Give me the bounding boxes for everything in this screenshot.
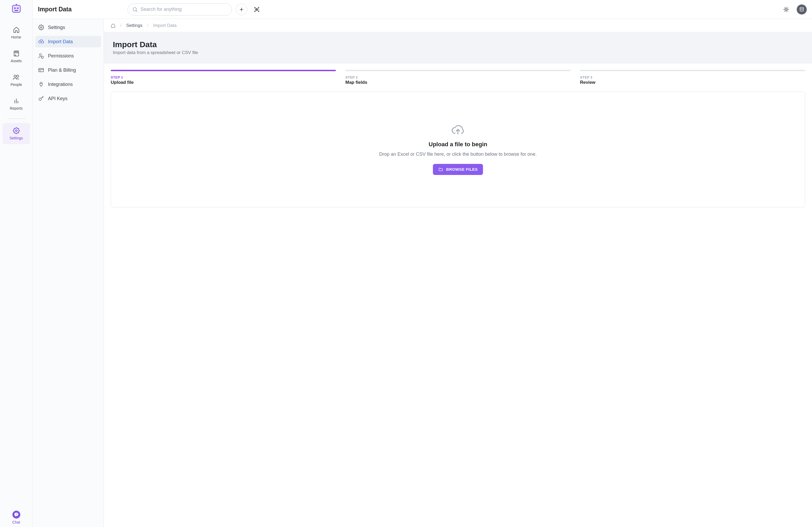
step-bar (580, 70, 805, 71)
step-name: Upload file (111, 80, 336, 85)
step-3: STEP 3 Review (580, 70, 805, 85)
nav-assets[interactable]: Assets (3, 46, 30, 67)
people-icon (13, 74, 20, 81)
nav-settings[interactable]: Settings (3, 123, 30, 144)
page-title: Import Data (38, 6, 128, 13)
search-box[interactable] (128, 3, 232, 16)
hero-title: Import Data (113, 40, 803, 49)
svg-rect-37 (39, 69, 44, 72)
svg-rect-7 (15, 52, 18, 53)
svg-point-9 (14, 75, 16, 77)
breadcrumb: / Settings / Import Data (104, 19, 812, 32)
step-label: STEP 3 (580, 75, 805, 79)
svg-rect-5 (14, 10, 18, 11)
theme-toggle[interactable] (780, 4, 792, 15)
step-name: Review (580, 80, 805, 85)
cloud-upload-icon (38, 39, 44, 45)
step-bar (111, 70, 336, 71)
browse-label: BROWSE FILES (446, 167, 478, 172)
plus-icon (239, 7, 244, 12)
breadcrumb-sep: / (147, 23, 148, 28)
hero-subtitle: Import data from a spreadsheet or CSV fi… (113, 50, 803, 55)
step-name: Map fields (345, 80, 570, 85)
file-dropzone[interactable]: Upload a file to begin Drop an Excel or … (111, 91, 805, 207)
home-icon (13, 26, 20, 33)
side-item-settings[interactable]: Settings (35, 21, 101, 33)
key-icon (38, 96, 44, 102)
topbar: Import Data (33, 0, 812, 19)
side-label: API Keys (48, 96, 68, 101)
side-item-permissions[interactable]: Permissions (35, 50, 101, 62)
svg-line-32 (787, 8, 788, 8)
scan-button[interactable] (251, 4, 263, 15)
svg-point-34 (40, 27, 42, 28)
nav-reports[interactable]: Reports (3, 93, 30, 114)
main-content: / Settings / Import Data Import Data Imp… (104, 19, 812, 527)
side-label: Import Data (48, 39, 73, 45)
nav-rail: Home Assets People Reports Settings ? Ch… (0, 0, 33, 527)
side-label: Permissions (48, 53, 74, 59)
chat-icon: ? (12, 511, 20, 518)
gear-icon (38, 24, 44, 31)
nav-label: Reports (10, 106, 23, 111)
side-label: Integrations (48, 82, 73, 87)
breadcrumb-current: Import Data (153, 23, 177, 28)
svg-point-3 (14, 8, 16, 9)
user-avatar[interactable] (797, 4, 807, 14)
nav-chat[interactable]: ? Chat (12, 511, 20, 524)
plug-icon (38, 81, 44, 87)
side-label: Settings (48, 25, 65, 30)
svg-point-1 (16, 4, 17, 5)
credit-card-icon (38, 67, 44, 73)
step-label: STEP 1 (111, 75, 336, 79)
cloud-upload-icon (451, 124, 465, 136)
person-shield-icon (38, 53, 44, 59)
step-1: STEP 1 Upload file (111, 70, 336, 85)
dropzone-subtitle: Drop an Excel or CSV file here, or click… (379, 151, 536, 157)
step-label: STEP 2 (345, 75, 570, 79)
nav-label: Home (11, 35, 21, 39)
nav-home[interactable]: Home (3, 22, 30, 43)
side-item-integrations[interactable]: Integrations (35, 78, 101, 90)
nav-label: Assets (11, 59, 21, 63)
assets-icon (13, 50, 20, 57)
breadcrumb-sep: / (120, 23, 121, 28)
app-logo[interactable] (12, 4, 21, 13)
svg-point-8 (15, 55, 16, 55)
step-bar (345, 70, 570, 71)
add-button[interactable] (236, 4, 247, 15)
reports-icon (13, 97, 20, 105)
svg-line-27 (784, 8, 785, 8)
breadcrumb-settings[interactable]: Settings (126, 23, 142, 28)
nav-label: Chat (12, 520, 20, 524)
gear-icon (13, 127, 20, 134)
folder-icon (438, 167, 444, 172)
svg-rect-0 (12, 5, 20, 12)
database-icon (799, 7, 804, 12)
search-icon (132, 6, 138, 12)
step-2: STEP 2 Map fields (345, 70, 570, 85)
svg-text:?: ? (16, 513, 17, 516)
svg-line-17 (136, 10, 137, 11)
search-input[interactable] (141, 6, 228, 12)
sun-icon (783, 6, 789, 12)
side-item-planbilling[interactable]: Plan & Billing (35, 64, 101, 76)
steps: STEP 1 Upload file STEP 2 Map fields STE… (111, 63, 805, 91)
dropzone-title: Upload a file to begin (429, 141, 487, 148)
barcode-icon (253, 6, 260, 13)
side-item-importdata[interactable]: Import Data (35, 36, 101, 47)
svg-point-24 (785, 9, 787, 10)
settings-sidebar: Settings Import Data Permissions Plan & … (33, 19, 104, 527)
nav-people[interactable]: People (3, 70, 30, 91)
side-item-apikeys[interactable]: API Keys (35, 93, 101, 104)
browse-files-button[interactable]: BROWSE FILES (433, 164, 483, 175)
svg-point-14 (15, 130, 17, 132)
svg-point-33 (800, 7, 803, 9)
hero: Import Data Import data from a spreadshe… (104, 32, 812, 63)
nav-label: Settings (10, 136, 23, 140)
breadcrumb-home-icon[interactable] (111, 23, 115, 28)
side-label: Plan & Billing (48, 68, 76, 73)
svg-point-10 (17, 75, 19, 77)
nav-label: People (11, 83, 22, 87)
svg-point-4 (17, 8, 18, 9)
